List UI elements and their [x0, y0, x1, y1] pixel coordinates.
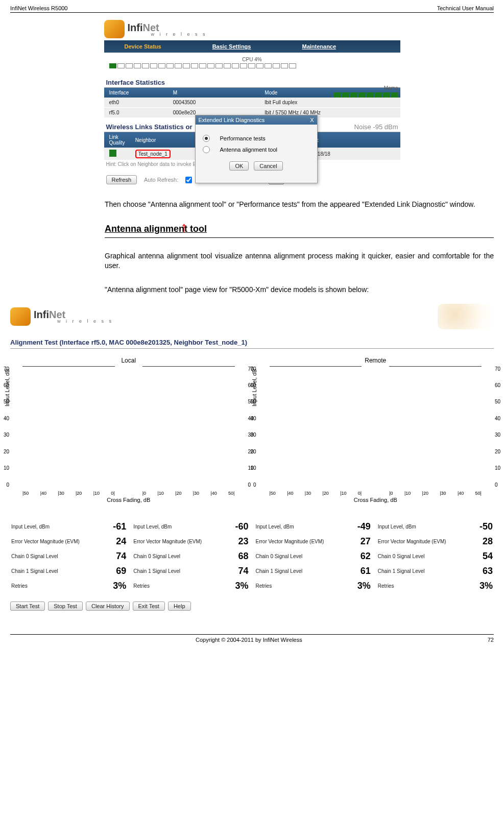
- y-ticks: 706050403020100: [0, 366, 9, 488]
- navbar: Device Status Basic Settings Maintenance: [104, 40, 400, 53]
- chart-panel: [389, 366, 482, 367]
- iface-stats-title: Interface Statistics: [104, 74, 400, 88]
- nav-device-status[interactable]: Device Status: [125, 43, 161, 50]
- opt-performance-tests: Performance tests: [220, 135, 266, 141]
- memo-bar: [334, 92, 398, 98]
- charts-row: Local Input Level, dB 706050403020100 |5…: [10, 357, 494, 503]
- dialog-titlebar: Extended Link Diagnostics X: [196, 115, 317, 125]
- header-left: InfiNet Wireless R5000: [10, 5, 68, 11]
- nav-maintenance[interactable]: Maintenance: [302, 43, 336, 50]
- chart-panel: [22, 366, 115, 367]
- x-ticks: |50|40|30|20|100|: [22, 491, 115, 496]
- y-ticks: 706050403020100: [246, 366, 256, 488]
- refresh-button[interactable]: Refresh: [106, 175, 137, 184]
- close-icon[interactable]: X: [310, 117, 314, 123]
- chart-panel: [270, 366, 362, 367]
- logo-swoosh-icon: [10, 307, 31, 326]
- stats-local-right: Input Level, dBm-60 Error Vector Magnitu…: [132, 519, 249, 593]
- radio-icon[interactable]: [203, 146, 210, 153]
- extended-link-diagnostics-dialog: Extended Link Diagnostics X Performance …: [195, 115, 318, 183]
- table-row[interactable]: eth000043500lbit Full duplex: [104, 98, 400, 108]
- logo-swoosh-icon: [104, 20, 125, 38]
- header-right: Technical User Manual: [437, 5, 494, 11]
- chart-remote: Remote Input Level, dB 706050403020100 |…: [257, 357, 494, 503]
- body-para: Then choose "Antenna alignment tool" or …: [0, 191, 504, 215]
- radio-icon[interactable]: [203, 135, 210, 142]
- neighbor-cell[interactable]: Test_node_1: [135, 150, 171, 158]
- col-quality: Link Quality: [104, 132, 130, 148]
- ok-button[interactable]: OK: [229, 161, 249, 171]
- stop-test-button[interactable]: Stop Test: [48, 602, 83, 611]
- nav-basic-settings[interactable]: Basic Settings: [212, 43, 251, 50]
- quality-square-icon: [109, 150, 116, 157]
- auto-refresh-checkbox[interactable]: [185, 177, 192, 183]
- body-para: Graphical antenna alignment tool visuali…: [0, 243, 504, 277]
- help-button[interactable]: Help: [168, 602, 191, 611]
- logo-sub: w i r e l e s s: [57, 319, 113, 324]
- alignment-title: Alignment Test (Interface rf5.0, MAC 000…: [10, 329, 494, 349]
- auto-refresh-label: Auto Refresh:: [144, 177, 178, 183]
- logo: InfiNet w i r e l e s s: [104, 18, 400, 40]
- body-para: "Antenna alignment tool" page view for "…: [0, 277, 504, 301]
- logo-sub: w i r e l e s s: [151, 32, 207, 37]
- memo-label: Memo: [384, 85, 398, 91]
- stats-grid: Input Level, dBm-61 Error Vector Magnitu…: [10, 519, 494, 593]
- x-ticks: |50|40|30|20|100|: [270, 491, 362, 496]
- cpu-label: CPU 4%: [104, 57, 400, 62]
- x-ticks: |0|10|20|30|4050|: [142, 491, 235, 496]
- chart-local: Local Input Level, dB 706050403020100 |5…: [10, 357, 247, 503]
- radio-row[interactable]: Performance tests: [203, 135, 310, 142]
- stats-remote-right: Input Level, dBm-50 Error Vector Magnitu…: [377, 519, 494, 593]
- alignment-screenshot: InfiNet w i r e l e s s Alignment Test (…: [0, 301, 504, 624]
- col-iface: Interface: [104, 88, 168, 98]
- clear-history-button[interactable]: Clear History: [86, 602, 130, 611]
- x-axis-label: Cross Fading, dB: [257, 497, 494, 503]
- logo: InfiNet w i r e l e s s: [10, 305, 113, 328]
- divider: [10, 634, 494, 635]
- page-footer: Copyright © 2004-2011 by InfiNet Wireles…: [0, 636, 504, 650]
- copyright: Copyright © 2004-2011 by InfiNet Wireles…: [196, 637, 302, 643]
- radio-row[interactable]: Antenna alignment tool: [203, 146, 310, 153]
- cpu-bar: [104, 62, 400, 74]
- exit-test-button[interactable]: Exit Test: [133, 602, 165, 611]
- section-heading: Antenna alignment tool: [0, 215, 504, 237]
- divider: [10, 12, 494, 13]
- button-row: Start Test Stop Test Clear History Exit …: [10, 593, 494, 619]
- x-axis-label: Cross Fading, dB: [10, 497, 247, 503]
- red-arrow-annotation: ↑: [181, 224, 188, 232]
- page-header: InfiNet Wireless R5000 Technical User Ma…: [0, 0, 504, 12]
- x-ticks: |0|10|20|30|4050|: [389, 491, 482, 496]
- stats-remote-left: Input Level, dBm-49 Error Vector Magnitu…: [255, 519, 372, 593]
- divider: [105, 237, 494, 238]
- world-map-icon: [438, 304, 494, 329]
- col-mac: M: [168, 88, 238, 98]
- opt-antenna-alignment: Antenna alignment tool: [220, 147, 278, 153]
- chart-panel: [142, 366, 235, 367]
- page-number: 72: [488, 637, 494, 643]
- chart-title: Remote: [257, 357, 494, 364]
- device-status-screenshot: InfiNet w i r e l e s s Device Status Ba…: [104, 18, 400, 191]
- cancel-button[interactable]: Cancel: [254, 161, 282, 171]
- chart-title: Local: [10, 357, 247, 364]
- y-ticks: 706050403020100: [495, 366, 504, 488]
- stats-local-left: Input Level, dBm-61 Error Vector Magnitu…: [10, 519, 127, 593]
- start-test-button[interactable]: Start Test: [10, 602, 45, 611]
